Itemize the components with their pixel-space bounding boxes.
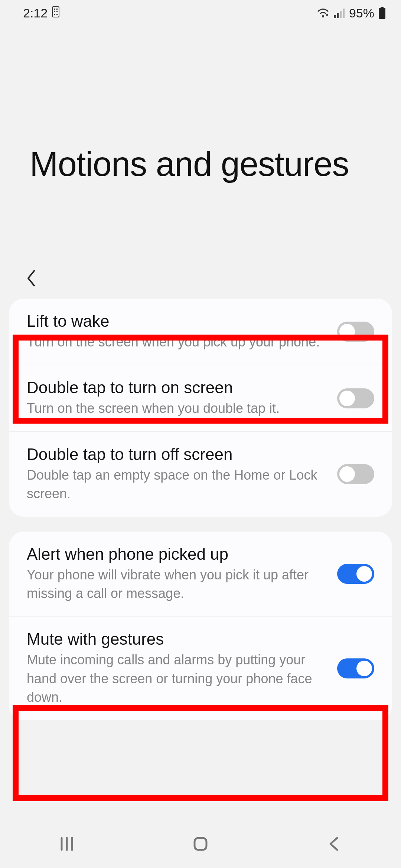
signal-icon <box>333 8 345 18</box>
svg-rect-2 <box>56 9 58 10</box>
setting-desc: Double tap an empty space on the Home or… <box>27 466 324 503</box>
svg-rect-13 <box>379 8 385 19</box>
setting-text: Lift to wake Turn on the screen when you… <box>27 312 324 351</box>
svg-rect-3 <box>54 11 55 12</box>
svg-rect-8 <box>334 15 336 18</box>
sim-icon <box>52 6 59 20</box>
setting-desc: Mute incoming calls and alarms by puttin… <box>27 651 324 707</box>
setting-double-tap-off[interactable]: Double tap to turn off screen Double tap… <box>9 431 392 517</box>
svg-rect-9 <box>337 13 339 18</box>
toggle-mute-gestures[interactable] <box>337 658 374 678</box>
nav-recents-icon[interactable] <box>56 833 78 855</box>
svg-rect-10 <box>340 11 342 18</box>
toggle-lift-to-wake[interactable] <box>337 322 374 342</box>
status-bar: 2:12 95% <box>0 0 401 26</box>
svg-rect-4 <box>56 11 58 12</box>
setting-text: Double tap to turn off screen Double tap… <box>27 445 324 503</box>
wifi-icon <box>316 8 330 18</box>
battery-icon <box>378 7 386 19</box>
setting-title: Lift to wake <box>27 312 324 331</box>
nav-back-icon[interactable] <box>323 833 345 855</box>
toggle-alert-pickup[interactable] <box>337 564 374 584</box>
svg-rect-0 <box>52 7 59 17</box>
setting-mute-gestures[interactable]: Mute with gestures Mute incoming calls a… <box>9 616 392 720</box>
svg-rect-5 <box>54 14 55 15</box>
toggle-double-tap-off[interactable] <box>337 464 374 484</box>
setting-title: Double tap to turn on screen <box>27 378 324 397</box>
svg-point-7 <box>322 15 324 17</box>
setting-double-tap-on[interactable]: Double tap to turn on screen Turn on the… <box>9 365 392 431</box>
setting-title: Mute with gestures <box>27 630 324 648</box>
setting-desc: Your phone will vibrate when you pick it… <box>27 566 324 603</box>
svg-rect-11 <box>343 9 345 18</box>
nav-home-icon[interactable] <box>189 833 212 855</box>
setting-desc: Turn on the screen when you pick up your… <box>27 333 324 351</box>
setting-title: Double tap to turn off screen <box>27 445 324 464</box>
setting-alert-pickup[interactable]: Alert when phone picked up Your phone wi… <box>9 532 392 617</box>
svg-rect-6 <box>56 14 58 15</box>
setting-text: Alert when phone picked up Your phone wi… <box>27 545 324 603</box>
settings-group-2: Alert when phone picked up Your phone wi… <box>9 532 392 720</box>
back-icon[interactable] <box>26 269 36 287</box>
svg-rect-12 <box>381 7 384 8</box>
settings-group-1: Lift to wake Turn on the screen when you… <box>9 299 392 517</box>
title-area: Motions and gestures <box>0 26 401 258</box>
toggle-double-tap-on[interactable] <box>337 388 374 408</box>
status-time: 2:12 <box>23 6 48 20</box>
setting-text: Double tap to turn on screen Turn on the… <box>27 378 324 418</box>
setting-text: Mute with gestures Mute incoming calls a… <box>27 630 324 707</box>
svg-rect-17 <box>195 838 206 850</box>
page-title: Motions and gestures <box>30 145 371 184</box>
svg-rect-1 <box>54 9 55 10</box>
setting-lift-to-wake[interactable]: Lift to wake Turn on the screen when you… <box>9 299 392 365</box>
status-left: 2:12 <box>23 6 59 20</box>
battery-percent: 95% <box>349 6 374 20</box>
content-area: Lift to wake Turn on the screen when you… <box>0 299 401 720</box>
setting-title: Alert when phone picked up <box>27 545 324 563</box>
navigation-bar <box>0 820 401 868</box>
back-row <box>0 258 401 299</box>
status-right: 95% <box>316 6 386 20</box>
setting-desc: Turn on the screen when you double tap i… <box>27 399 324 418</box>
